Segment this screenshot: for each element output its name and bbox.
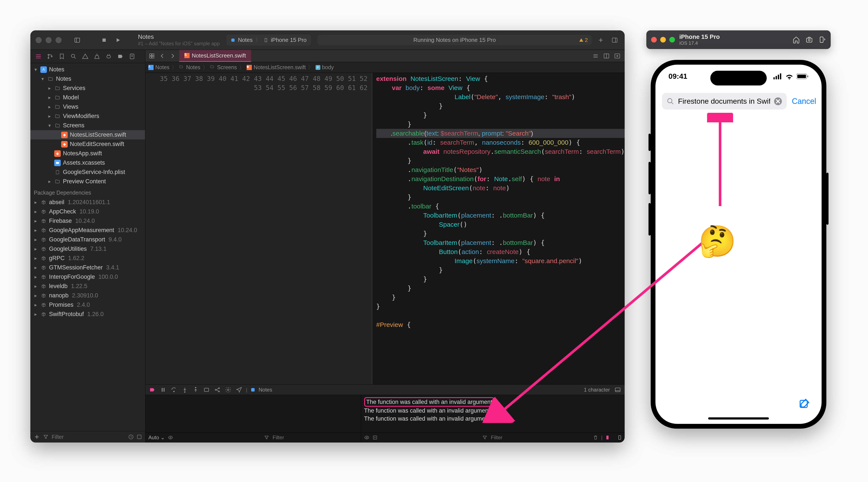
console-toggle-icon[interactable] (614, 386, 622, 394)
sim-minimize-button[interactable] (660, 37, 666, 42)
tree-row[interactable]: Assets.xcassets (30, 158, 145, 168)
minimize-button[interactable] (45, 37, 52, 43)
issue-navigator-icon[interactable] (80, 52, 91, 61)
scm-filter-icon[interactable] (136, 434, 142, 440)
pause-icon[interactable] (159, 386, 167, 394)
search-field[interactable] (662, 93, 787, 110)
bookmark-navigator-icon[interactable] (56, 52, 67, 61)
console-right-pane-icon[interactable] (615, 434, 622, 441)
tree-row[interactable]: ▸InteropForGoogle100.0.0 (30, 272, 145, 281)
warnings-badge[interactable]: 2 (579, 37, 588, 43)
tree-row[interactable]: ▸GoogleAppMeasurement10.24.0 (30, 225, 145, 235)
tree-row[interactable]: ◆NotesApp.swift (30, 149, 145, 158)
compose-note-button[interactable] (799, 398, 811, 411)
jump-bar[interactable]: ANotes〉Notes〉Screens〉◆NotesListScreen.sw… (145, 62, 625, 73)
quicklook-icon[interactable] (168, 435, 173, 440)
search-cancel-button[interactable]: Cancel (792, 97, 816, 106)
test-navigator-icon[interactable] (92, 52, 102, 61)
breakpoint-toggle-icon[interactable] (148, 386, 156, 394)
trash-icon[interactable] (593, 435, 598, 440)
quicklook-icon[interactable] (364, 435, 369, 440)
add-editor-icon[interactable] (613, 51, 622, 61)
tree-row[interactable]: ▸Preview Content (30, 177, 145, 186)
rotate-icon[interactable] (818, 36, 826, 43)
forward-button[interactable] (168, 52, 177, 60)
step-out-icon[interactable] (192, 386, 199, 394)
activity-status[interactable]: Running Notes on iPhone 15 Pro 2 (317, 35, 592, 45)
jumpbar-segment[interactable]: Notes (179, 64, 200, 70)
project-navigator-icon[interactable] (33, 52, 44, 61)
phone-screen[interactable]: 09:41 Cancel (655, 65, 822, 424)
code-editor[interactable]: 35 36 37 38 39 40 41 42 43 44 45 46 47 4… (145, 73, 625, 384)
console-output[interactable]: The function was called with an invalid … (361, 395, 625, 432)
step-over-icon[interactable] (170, 386, 178, 394)
tree-row[interactable]: ▾ANotes (30, 65, 145, 74)
tree-row[interactable]: ▸GoogleDataTransport9.4.0 (30, 235, 145, 244)
tree-row[interactable]: ▸AppCheck10.19.0 (30, 207, 145, 216)
adjust-editor-icon[interactable] (602, 51, 611, 61)
find-navigator-icon[interactable] (68, 52, 79, 61)
source-control-navigator-icon[interactable] (45, 52, 56, 61)
tree-row[interactable]: GoogleService-Info.plist (30, 168, 145, 177)
tree-row[interactable]: ▸GoogleUtilities7.13.1 (30, 244, 145, 253)
sim-maximize-button[interactable] (669, 37, 675, 42)
tree-row[interactable]: ▾Notes (30, 74, 145, 84)
tree-row[interactable]: ▸Services (30, 84, 145, 93)
close-button[interactable] (36, 37, 42, 43)
volume-down-button[interactable] (649, 203, 651, 236)
editor-tab[interactable]: S NotesListScreen.swift (179, 50, 251, 62)
tree-row[interactable]: ▸ViewModifiers (30, 112, 145, 121)
add-button[interactable] (596, 35, 606, 45)
stop-button[interactable] (99, 35, 109, 45)
jumpbar-segment[interactable]: Pbody (316, 64, 334, 70)
tree-row[interactable]: ▸Promises2.4.0 (30, 300, 145, 309)
scheme-title[interactable]: Notes #1 – Add "Notes for iOS" sample ap… (138, 33, 220, 47)
tree-row[interactable]: ▸Firebase10.24.0 (30, 216, 145, 225)
console-left-pane-icon[interactable] (606, 434, 612, 441)
jumpbar-segment[interactable]: ◆NotesListScreen.swift (247, 64, 306, 70)
navigator-filter-input[interactable] (51, 433, 126, 440)
tree-row[interactable]: ▸Views (30, 102, 145, 112)
variables-filter-input[interactable] (272, 434, 358, 441)
run-button[interactable] (113, 35, 123, 45)
editor-options-icon[interactable] (591, 51, 600, 61)
search-input[interactable] (678, 97, 771, 106)
tree-row[interactable]: ▾Screens (30, 121, 145, 130)
tree-row[interactable]: ▸abseil1.2024011601.1 (30, 198, 145, 207)
tree-row[interactable]: ▸leveldb1.22.5 (30, 281, 145, 291)
screenshot-icon[interactable] (806, 36, 813, 43)
scheme-selector[interactable]: Notes 〉 iPhone 15 Pro (226, 34, 311, 46)
metadata-icon[interactable] (372, 435, 378, 440)
variables-view[interactable] (145, 395, 361, 432)
console-filter-input[interactable] (490, 434, 590, 441)
breakpoint-navigator-icon[interactable] (115, 52, 126, 61)
memory-graph-icon[interactable] (213, 386, 221, 394)
tree-row[interactable]: ◆NotesListScreen.swift (30, 130, 145, 140)
jumpbar-segment[interactable]: ANotes (148, 64, 169, 70)
auto-scope-selector[interactable]: Auto ⌄ (148, 434, 165, 441)
tree-row[interactable]: ▸gRPC1.62.2 (30, 253, 145, 263)
volume-up-button[interactable] (649, 162, 651, 194)
add-file-button[interactable] (33, 433, 40, 440)
jumpbar-segment[interactable]: Screens (210, 64, 237, 70)
related-items-icon[interactable] (148, 52, 156, 60)
code-content[interactable]: extension NotesListScreen: View { var bo… (372, 73, 625, 384)
recent-filter-icon[interactable] (128, 434, 134, 440)
mute-switch[interactable] (649, 133, 651, 151)
step-into-icon[interactable] (181, 386, 189, 394)
tree-row[interactable]: ▸SwiftProtobuf1.26.0 (30, 309, 145, 319)
location-icon[interactable] (235, 386, 243, 394)
debug-view-icon[interactable] (203, 386, 210, 394)
report-navigator-icon[interactable] (127, 52, 137, 61)
debug-navigator-icon[interactable] (103, 52, 114, 61)
tree-row[interactable]: ▸nanopb2.30910.0 (30, 291, 145, 300)
env-overrides-icon[interactable] (224, 386, 232, 394)
home-icon[interactable] (793, 36, 800, 43)
tree-row[interactable]: ◆NoteEditScreen.swift (30, 140, 145, 149)
tree-row[interactable]: ▸Model (30, 93, 145, 102)
sidebar-toggle-icon[interactable] (72, 35, 82, 45)
power-button[interactable] (826, 173, 829, 225)
sim-close-button[interactable] (651, 37, 657, 42)
home-indicator[interactable] (708, 417, 769, 420)
clear-search-button[interactable] (774, 97, 782, 105)
